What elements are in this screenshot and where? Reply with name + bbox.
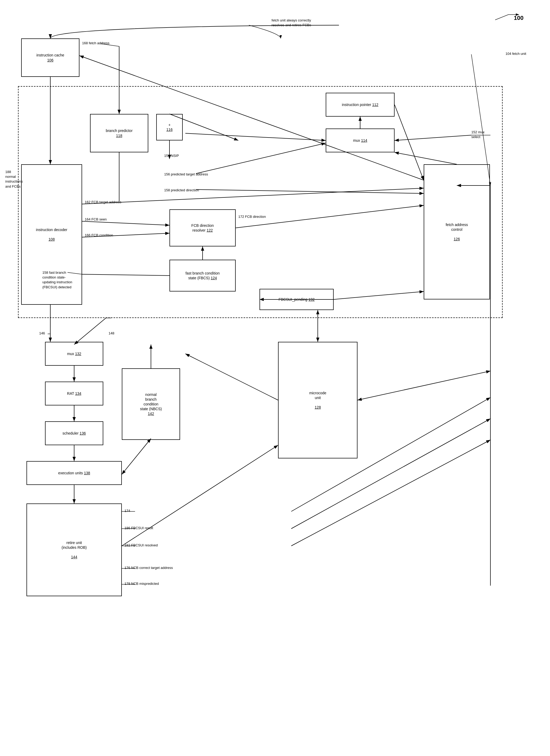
diagram-container: 100 104 fetch unit fetch unit always cor… [0, 0, 550, 756]
retire-unit-box: retire unit(includes ROB)144 [26, 503, 122, 596]
fbcsui-pending-box: FBCSUI_pending 192 [260, 289, 334, 310]
svg-line-38 [185, 354, 278, 400]
plus116-box: +116 [156, 114, 183, 140]
branch-predictor-box: branch predictor118 [90, 114, 148, 152]
fetch-unit-note: fetch unit always correctlyresolves and … [249, 18, 334, 28]
instruction-pointer-label: instruction pointer 112 [342, 102, 378, 107]
annotation-168: 168 fetch address [82, 41, 109, 45]
annotation-186: 186 FBCSUI result [125, 526, 153, 530]
rat134-box: RAT 134 [45, 382, 103, 405]
annotation-178: 178 NCB mispredicted [125, 582, 159, 586]
annotation-162: 162 FCB target address [85, 200, 121, 204]
annotation-176: 176 NCB correct target address [125, 566, 173, 570]
mux114-box: mux 114 [326, 129, 394, 152]
diagram-ref-100: 100 [514, 15, 524, 21]
fetch-unit-label: 104 fetch unit [505, 52, 526, 56]
annotation-146: 146 [39, 331, 45, 335]
branch-predictor-label: branch predictor118 [106, 128, 132, 138]
annotation-164: 164 FCB seen [85, 217, 107, 221]
annotation-154: 154 NSIP [164, 154, 179, 158]
scheduler136-label: scheduler 136 [63, 431, 86, 436]
fbcs-box: fast branch conditionstate (FBCS) 124 [170, 260, 236, 291]
fbcs-label: fast branch conditionstate (FBCS) 124 [185, 271, 220, 280]
scheduler136-box: scheduler 136 [45, 421, 103, 445]
rat134-label: RAT 134 [67, 391, 81, 396]
nbcs-label: normalbranchconditionstate (NBCS)142 [140, 392, 162, 416]
execution-units138-box: execution units 138 [26, 461, 122, 485]
instruction-cache-box: instruction cache106 [21, 38, 79, 77]
annotation-166: 166 FCB condition [85, 233, 113, 237]
fcb-direction-resolver-label: FCB directionresolver 122 [192, 223, 214, 233]
annotation-172: 172 FCB direction [238, 215, 266, 219]
execution-units138-label: execution units 138 [58, 471, 90, 475]
fetch-address-control-box: fetch addresscontrol126 [424, 164, 490, 299]
microcode-unit-box: microcodeunit128 [278, 342, 357, 458]
instruction-pointer-box: instruction pointer 112 [326, 93, 394, 117]
instruction-decoder-label: instruction decoder108 [36, 227, 67, 242]
annotation-182: 182 FBCSUI resolved [125, 543, 158, 547]
svg-line-34 [122, 439, 151, 474]
retire-unit-label: retire unit(includes ROB)144 [62, 540, 87, 560]
microcode-unit-label: microcodeunit128 [309, 391, 326, 410]
svg-line-36 [357, 371, 490, 400]
fetch-address-control-label: fetch addresscontrol126 [446, 222, 468, 242]
svg-line-50 [122, 445, 278, 546]
nbcs-box: normalbranchconditionstate (NBCS)142 [122, 368, 180, 440]
plus116-label: +116 [166, 122, 172, 132]
annotation-158-fast: 158 fast branchcondition state-updating … [42, 270, 95, 290]
instruction-cache-label: instruction cache106 [36, 53, 64, 62]
fbcsui-pending-label: FBCSUI_pending 192 [278, 297, 314, 302]
annotation-188: 188 normal instructions and FCBs [5, 170, 21, 189]
mux132-label: mux 132 [67, 351, 81, 356]
annotation-156: 156 predicted target address [164, 172, 208, 176]
annotation-152: 152 muxselect [471, 130, 485, 139]
annotation-148: 148 [109, 331, 114, 335]
mux132-box: mux 132 [45, 342, 103, 366]
annotation-158-direction: 158 predicted direction [164, 188, 199, 192]
fcb-direction-resolver-box: FCB directionresolver 122 [170, 209, 236, 246]
svg-line-28 [74, 318, 106, 344]
annotation-174: 174 [125, 509, 130, 513]
mux114-label: mux 114 [353, 138, 367, 143]
